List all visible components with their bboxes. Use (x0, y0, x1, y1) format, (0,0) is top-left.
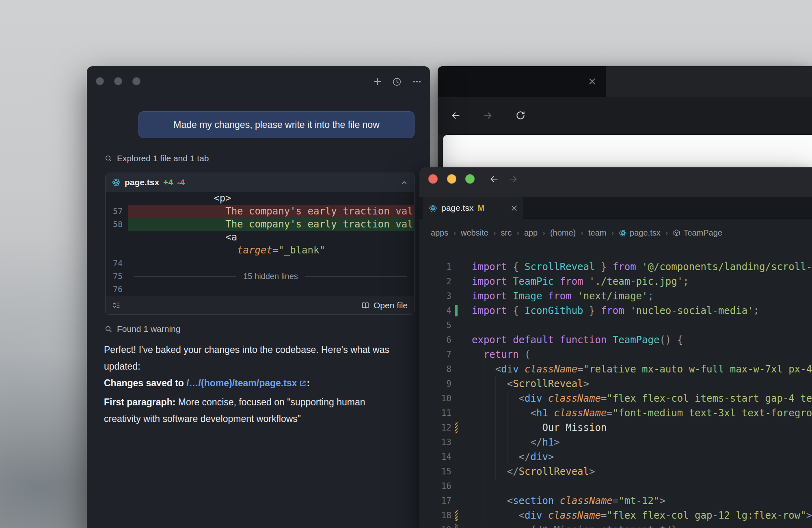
breadcrumb-label: src (501, 228, 512, 238)
line-number: 5 (419, 318, 451, 333)
search-icon (105, 325, 112, 333)
code-line[interactable]: 15 </ScrollReveal> (419, 464, 812, 479)
browser-forward-button[interactable] (482, 110, 493, 121)
window-control-zoom-icon[interactable] (465, 174, 475, 184)
breadcrumb-item-website[interactable]: website (461, 228, 488, 238)
editor-forward-button[interactable] (508, 173, 519, 185)
code-text: Our Mission (451, 420, 607, 435)
code-line[interactable]: 3import Image from 'next/image'; (419, 289, 812, 303)
code-text (451, 479, 472, 493)
diff-card-footer: Open file (106, 296, 414, 314)
breadcrumb-item-src[interactable]: src (501, 228, 512, 238)
code-line[interactable]: 16 (419, 479, 812, 493)
external-link-icon[interactable] (299, 380, 307, 387)
hidden-lines-divider[interactable]: 15 hidden lines (128, 270, 414, 283)
code-editor[interactable]: 1import { ScrollReveal } from '@/compone… (419, 247, 812, 528)
open-file-button[interactable]: Open file (361, 301, 408, 310)
code-line[interactable]: 11 <h1 className="font-medium text-3xl t… (419, 406, 812, 420)
warning-status: Found 1 warning (105, 324, 180, 334)
divider-line (134, 276, 236, 277)
diff-row[interactable]: <p> (106, 192, 414, 205)
editor-back-button[interactable] (488, 173, 500, 185)
cube-icon (673, 229, 680, 237)
assistant-message-point: First paragraph: More concise, focused o… (104, 394, 388, 427)
diff-line-number: 58 (106, 218, 128, 231)
code-text: <div className="relative mx-auto w-full … (451, 362, 812, 377)
code-line[interactable]: 5 (419, 318, 812, 333)
breadcrumb-separator: › (493, 228, 496, 238)
line-number: 1 (419, 260, 451, 274)
diff-row[interactable]: 57 The company's early traction validate… (106, 205, 414, 218)
diff-line-number (106, 231, 128, 244)
git-mod-marker (455, 422, 458, 433)
editor-titlebar (419, 167, 812, 197)
code-line[interactable]: 6export default function TeamPage() { (419, 333, 812, 347)
diff-card-header[interactable]: page.tsx +4 -4 (106, 173, 414, 192)
breadcrumb-item-apps[interactable]: apps (431, 228, 448, 238)
diff-row[interactable]: 7515 hidden lines (106, 270, 414, 283)
code-line[interactable]: 14 </div> (419, 450, 812, 464)
expand-diff-button[interactable] (112, 301, 121, 309)
file-link[interactable]: /…/(home)/team/page.tsx (186, 378, 297, 388)
breadcrumb-item-team[interactable]: team (588, 228, 606, 238)
window-control-zoom-icon[interactable] (132, 77, 140, 85)
more-options-button[interactable] (411, 76, 423, 87)
code-line[interactable]: 18 <div className="flex flex-col gap-12 … (419, 508, 812, 523)
book-icon (361, 301, 369, 309)
diff-line-content: target="_blank" (128, 244, 414, 257)
collapse-diff-button[interactable] (400, 179, 408, 186)
new-thread-button[interactable] (372, 76, 383, 87)
editor-tab-pagetsx[interactable]: page.tsx M (423, 197, 523, 219)
code-line[interactable]: 13 </h1> (419, 435, 812, 450)
diff-row[interactable]: target="_blank" (106, 244, 414, 257)
code-line[interactable]: 7 return ( (419, 347, 812, 362)
forward-arrow-icon (482, 110, 493, 121)
code-line[interactable]: 10 <div className="flex flex-col items-s… (419, 391, 812, 406)
desktop-wallpaper: Made my changes, please write it into th… (0, 0, 812, 528)
window-control-minimize-icon[interactable] (447, 174, 456, 184)
diff-line-number: 76 (106, 283, 128, 296)
breadcrumb-separator: › (611, 228, 614, 238)
line-number: 18 (419, 508, 451, 523)
code-line[interactable]: 4import { IconGithub } from 'nucleo-soci… (419, 303, 812, 318)
code-line[interactable]: 17 <section className="mt-12"> (419, 493, 812, 508)
breadcrumb-separator: › (581, 228, 583, 238)
code-text: </ScrollReveal> (451, 464, 595, 479)
diff-row[interactable]: 58 The company's early traction validate… (106, 218, 414, 231)
code-line[interactable]: 8 <div className="relative mx-auto w-ful… (419, 362, 812, 377)
breadcrumb-item-app[interactable]: app (524, 228, 538, 238)
window-control-close-icon[interactable] (428, 174, 438, 184)
editor-window: page.tsx M apps›website›src›app›(home)›t… (419, 167, 812, 528)
diff-row[interactable]: <a (106, 231, 414, 244)
tab-close-button[interactable] (587, 77, 597, 87)
window-control-close-icon[interactable] (96, 77, 104, 85)
history-button[interactable] (391, 76, 402, 87)
breadcrumb-item-home[interactable]: (home) (550, 228, 576, 238)
git-mod-marker (455, 510, 458, 521)
code-line[interactable]: 12 Our Mission (419, 420, 812, 435)
code-line[interactable]: 1import { ScrollReveal } from '@/compone… (419, 260, 812, 274)
window-control-minimize-icon[interactable] (114, 77, 122, 85)
code-text: <section className="mt-12"> (451, 493, 665, 508)
code-line[interactable]: 9 <ScrollReveal> (419, 377, 812, 391)
breadcrumb-item-pagetsx[interactable]: page.tsx (619, 228, 661, 238)
code-text: import TeamPic from './team-pic.jpg'; (451, 274, 689, 289)
diff-row[interactable]: 76 (106, 283, 414, 296)
line-number: 15 (419, 464, 451, 479)
diff-row[interactable]: 74 (106, 257, 414, 270)
browser-tab[interactable] (438, 66, 606, 97)
tab-close-button[interactable] (511, 205, 517, 211)
user-message-text: Made my changes, please write it into th… (173, 119, 380, 130)
diff-line-content (128, 257, 414, 270)
code-line[interactable]: 19 {/* Mission statement */} (419, 523, 812, 528)
browser-reload-button[interactable] (515, 110, 526, 121)
breadcrumb-separator: › (453, 228, 456, 238)
code-text: <ScrollReveal> (451, 377, 589, 391)
breadcrumb-item-teampage[interactable]: TeamPage (673, 228, 722, 238)
editor-tab-bar: page.tsx M (419, 197, 812, 219)
react-icon (429, 204, 437, 212)
browser-back-button[interactable] (450, 110, 461, 121)
diff-line-content: <p> (128, 192, 414, 205)
breadcrumb-label: website (461, 228, 488, 238)
code-line[interactable]: 2import TeamPic from './team-pic.jpg'; (419, 274, 812, 289)
